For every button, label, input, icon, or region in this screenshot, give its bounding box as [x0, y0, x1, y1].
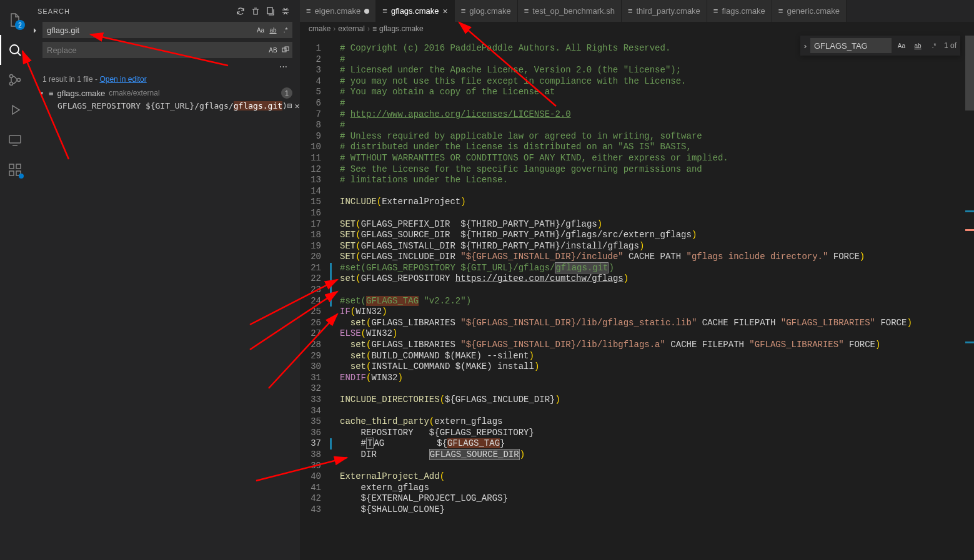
replace-all-icon[interactable] [279, 44, 292, 56]
svg-rect-11 [285, 47, 289, 51]
scrollbar-thumb[interactable] [965, 36, 974, 111]
result-file-row[interactable]: ▾ ≡ gflags.cmake cmake/external 1 [30, 86, 300, 100]
search-input-row: Aa ab .* [42, 22, 292, 38]
tab-glog-cmake[interactable]: ≡glog.cmake [455, 0, 518, 22]
tab-test_op_benchmark-sh[interactable]: ≡test_op_benchmark.sh [518, 0, 622, 22]
line-gutter: 1234567891011121314151617181920212223242… [300, 36, 330, 560]
dismiss-icon[interactable]: ⊟ [287, 101, 292, 111]
result-count-badge: 1 [281, 87, 292, 99]
results-summary: 1 result in 1 file - Open in editor [30, 71, 300, 86]
tab-generic-cmake[interactable]: ≡generic.cmake [772, 0, 847, 22]
find-expand-icon[interactable]: › [804, 41, 807, 51]
search-input[interactable] [43, 26, 254, 35]
sidebar-header: SEARCH [30, 0, 300, 22]
toggle-details-icon[interactable]: ⋯ [42, 62, 292, 71]
tab-bar: ≡eigen.cmake≡gflags.cmake×≡glog.cmake≡te… [300, 0, 974, 22]
find-case-icon[interactable]: Aa [895, 39, 908, 52]
svg-rect-9 [267, 7, 272, 14]
scrollbar[interactable] [965, 36, 974, 560]
file-icon: ≡ [49, 89, 54, 98]
svg-point-1 [10, 75, 13, 78]
svg-rect-8 [16, 164, 21, 169]
explorer-icon[interactable]: 2 [0, 5, 30, 35]
result-match-line[interactable]: GFLAGS_REPOSITORY ${GIT_URL}/gflags/gfla… [30, 100, 300, 112]
search-icon[interactable] [0, 35, 30, 65]
svg-rect-4 [9, 135, 21, 143]
tab-third_party-cmake[interactable]: ≡third_party.cmake [622, 0, 707, 22]
refresh-icon[interactable] [234, 4, 247, 18]
activity-bar: 2 [0, 0, 30, 560]
extensions-icon[interactable] [0, 155, 30, 185]
match-case-icon[interactable]: Aa [254, 24, 267, 36]
editor-group: ≡eigen.cmake≡gflags.cmake×≡glog.cmake≡te… [300, 0, 974, 560]
tab-gflags-cmake[interactable]: ≡gflags.cmake× [376, 0, 454, 22]
replace-input[interactable] [43, 46, 267, 55]
code-editor[interactable]: 1234567891011121314151617181920212223242… [300, 36, 974, 560]
tab-flags-cmake[interactable]: ≡flags.cmake [707, 0, 772, 22]
find-word-icon[interactable]: ab [912, 39, 924, 52]
preserve-case-icon[interactable]: AB [267, 44, 279, 56]
debug-icon[interactable] [0, 95, 30, 125]
find-regex-icon[interactable]: .* [928, 39, 940, 52]
search-form: Aa ab .* AB ⋯ [30, 22, 300, 71]
result-file-name: gflags.cmake [57, 89, 106, 98]
tab-eigen-cmake[interactable]: ≡eigen.cmake [300, 0, 376, 22]
svg-point-3 [17, 79, 21, 82]
scm-icon[interactable] [0, 65, 30, 95]
find-widget: › Aa ab .* 1 of [800, 36, 960, 56]
search-sidebar: SEARCH Aa ab .* AB ⋯ 1 result in 1 file … [30, 0, 300, 560]
code-content[interactable]: # Copyright (c) 2016 PaddlePaddle Author… [330, 36, 974, 560]
expand-replace-icon[interactable] [31, 27, 39, 36]
svg-rect-10 [282, 48, 286, 52]
replace-input-row: AB [42, 42, 292, 58]
result-file-path: cmake/external [109, 89, 159, 97]
svg-point-0 [10, 45, 19, 54]
find-input[interactable] [810, 38, 892, 53]
svg-rect-6 [9, 171, 14, 175]
svg-rect-5 [9, 164, 14, 169]
clear-icon[interactable] [249, 4, 262, 18]
breadcrumb[interactable]: cmake› external› ≡gflags.cmake [300, 22, 974, 36]
close-match-icon[interactable]: ✕ [295, 101, 300, 111]
find-count: 1 of [944, 41, 957, 50]
match-word-icon[interactable]: ab [267, 24, 279, 36]
open-in-editor-link[interactable]: Open in editor [99, 75, 146, 84]
collapse-icon[interactable] [279, 4, 292, 18]
sidebar-title: SEARCH [37, 7, 232, 15]
remote-icon[interactable] [0, 125, 30, 155]
svg-point-2 [10, 82, 13, 86]
explorer-badge: 2 [15, 20, 25, 30]
extensions-badge [19, 174, 24, 179]
new-editor-icon[interactable] [264, 4, 277, 18]
regex-icon[interactable]: .* [279, 24, 292, 36]
